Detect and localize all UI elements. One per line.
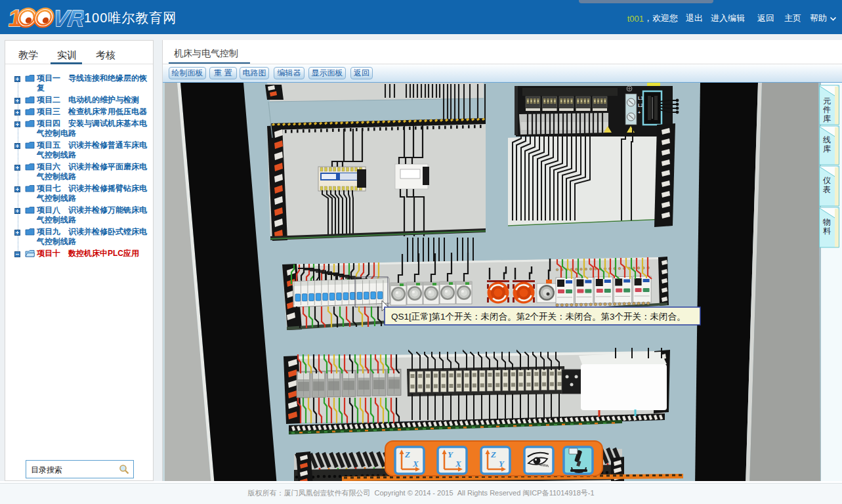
svg-text:+: +	[638, 110, 641, 115]
svg-text:Y: Y	[499, 459, 505, 469]
svg-text:料: 料	[823, 226, 831, 236]
svg-text:仪: 仪	[823, 176, 831, 185]
svg-text:Z: Z	[404, 450, 410, 459]
svg-text:库: 库	[823, 144, 831, 154]
svg-text:元: 元	[823, 96, 831, 106]
svg-text:X: X	[412, 459, 419, 469]
svg-text:VR: VR	[51, 5, 84, 31]
svg-text:表: 表	[823, 185, 831, 194]
svg-text:X: X	[455, 459, 461, 469]
svg-text:线: 线	[823, 135, 831, 144]
svg-text:物: 物	[822, 217, 831, 226]
svg-text:QS1[正常]第1个开关：未闭合。第2个开关：未闭合。第3个: QS1[正常]第1个开关：未闭合。第2个开关：未闭合。第3个开关：未闭合。	[391, 312, 686, 322]
svg-text:Y: Y	[448, 450, 453, 459]
svg-text:Z: Z	[490, 450, 496, 459]
svg-text:件: 件	[823, 105, 831, 114]
svg-text:库: 库	[823, 114, 831, 123]
